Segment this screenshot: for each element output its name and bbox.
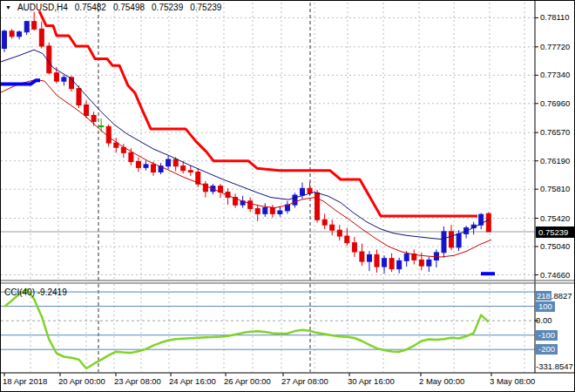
cci-level-chip: 100 — [536, 301, 555, 312]
time-axis-label: 24 Apr 16:00 — [169, 376, 216, 386]
candle-body — [181, 166, 186, 171]
candle-body — [3, 31, 7, 49]
price-axis-label: 0.74660 — [540, 270, 570, 280]
price-axis-label: 0.75810 — [540, 184, 570, 194]
candle-body — [152, 165, 156, 172]
candle-body — [10, 31, 14, 37]
candle-body — [397, 260, 402, 268]
price-axis-label: 0.76570 — [540, 127, 570, 138]
cci-max-rest: .8827 — [551, 291, 572, 301]
candle-body — [352, 243, 356, 252]
candle-body — [77, 89, 81, 105]
candle-body — [24, 22, 29, 32]
candle-body — [270, 208, 274, 214]
ohlc-header: ▼AUDUSD,H40.754820.754980.752390.75239 — [5, 3, 221, 12]
symbol-marker-icon: ▼ — [5, 4, 11, 10]
price-axis-label: 0.75040 — [540, 241, 570, 252]
candle-body — [322, 220, 327, 225]
candle-body — [248, 201, 253, 209]
time-axis-label: 26 Apr 00:00 — [224, 376, 271, 386]
candle-body — [85, 105, 89, 116]
low-value: 0.75239 — [152, 3, 183, 12]
candle-body — [99, 126, 104, 127]
candle-body — [278, 211, 282, 213]
time-axis-label: 2 May 00:00 — [419, 376, 464, 386]
candle-body — [188, 171, 193, 172]
candle-body — [54, 73, 58, 81]
candle-body — [308, 188, 312, 193]
candle-body — [486, 213, 490, 232]
open-value: 0.75482 — [75, 3, 106, 12]
time-axis-label: 23 Apr 08:00 — [114, 376, 161, 386]
cci-max-label: 218.8827 — [536, 291, 572, 301]
candle-body — [136, 162, 140, 168]
candle-body — [330, 225, 335, 230]
close-value: 0.75239 — [190, 3, 221, 12]
price-axis-label: 0.76190 — [540, 156, 570, 166]
current-price-badge: 0.75239 — [536, 226, 575, 238]
candle-body — [337, 230, 342, 236]
symbol-label: AUDUSD,H4 — [17, 3, 68, 12]
candle-body — [106, 126, 111, 143]
candle-body — [144, 165, 148, 167]
price-axis-label: 0.78110 — [540, 12, 570, 23]
candle-body — [129, 152, 133, 161]
candle-body — [301, 188, 305, 195]
candle-body — [389, 259, 394, 269]
chart-canvas[interactable] — [1, 1, 575, 392]
time-axis-label: 20 Apr 00:00 — [58, 376, 105, 386]
candle-body — [255, 208, 260, 213]
candle-body — [39, 29, 44, 46]
cci-level-chip: -200 — [536, 344, 558, 355]
candle-body — [360, 252, 364, 261]
cci-min-label: -331.8547 — [536, 362, 573, 372]
time-axis-label: 27 Apr 08:00 — [281, 376, 328, 386]
candle-body — [263, 208, 267, 214]
price-axis-label: 0.77340 — [540, 70, 570, 80]
indicator-name-label: CCI(40) -9.2419 — [4, 287, 67, 297]
cci-level-chip: -100 — [536, 330, 558, 341]
candle-body — [375, 254, 379, 267]
candle-body — [382, 259, 387, 267]
candle-body — [419, 260, 423, 266]
candle-body — [345, 236, 349, 243]
price-axis-label: 0.77720 — [540, 42, 570, 52]
time-axis-label: 30 Apr 16:00 — [348, 376, 395, 386]
cci-level-200-chip: 218 — [536, 291, 551, 301]
candle-body — [404, 254, 409, 261]
candle-body — [32, 22, 37, 30]
time-axis-label: 18 Apr 2018 — [3, 376, 47, 386]
candle-body — [442, 232, 446, 253]
cci-zero-label: 0.00 — [536, 315, 552, 326]
time-axis-label: 3 May 08:00 — [490, 376, 535, 386]
candle-body — [17, 32, 22, 37]
price-axis-label: 0.76960 — [540, 98, 570, 109]
candle-body — [173, 159, 178, 166]
candle-body — [166, 159, 171, 166]
chart-window: ▼AUDUSD,H40.754820.754980.752390.75239 C… — [0, 0, 575, 392]
candle-body — [368, 254, 372, 261]
candle-body — [62, 78, 66, 81]
candle-body — [315, 193, 320, 220]
high-value: 0.75498 — [113, 3, 145, 12]
candle-body — [450, 232, 454, 247]
candle-body — [457, 234, 461, 247]
candle-body — [91, 116, 96, 122]
candle-body — [427, 260, 431, 266]
candle-body — [293, 195, 297, 205]
price-axis-label: 0.75420 — [540, 213, 570, 224]
